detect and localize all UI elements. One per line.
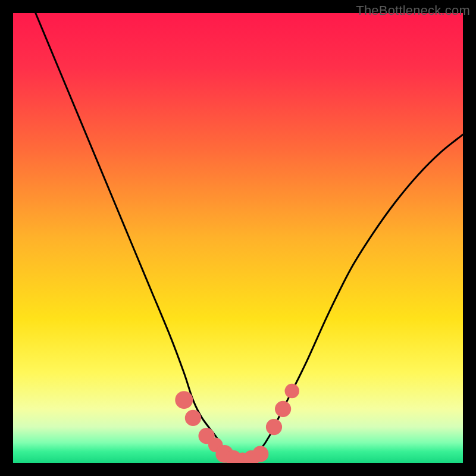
attribution-label: TheBottleneck.com — [356, 3, 470, 18]
chart-frame — [13, 13, 463, 463]
svg-rect-0 — [13, 13, 463, 463]
chart-background-gradient — [13, 13, 463, 463]
